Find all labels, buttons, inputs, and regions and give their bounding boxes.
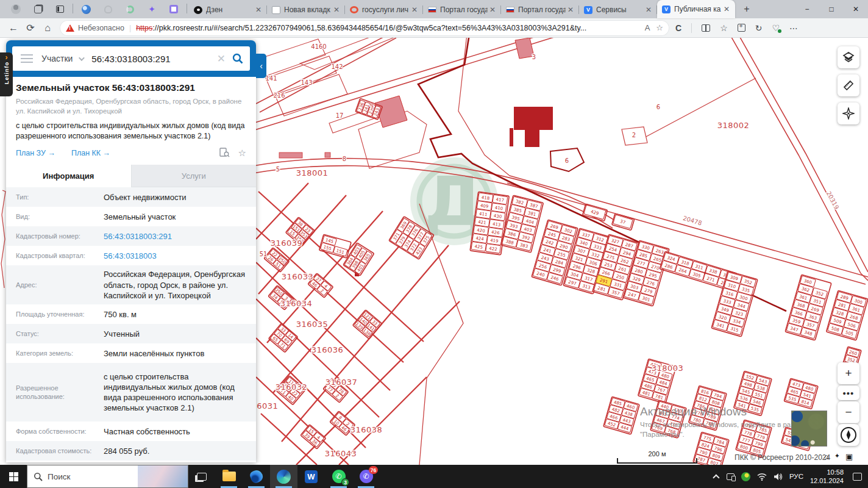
measure-button[interactable] <box>838 74 859 96</box>
letinfo-extension-tab[interactable]: › Letinfo <box>0 52 13 96</box>
zoom-options-button[interactable]: ••• <box>838 386 859 400</box>
pinned-tab-avatar-icon[interactable] <box>9 2 23 16</box>
new-tab-button[interactable]: + <box>739 1 755 17</box>
browser-essentials-icon[interactable]: ♡ <box>772 23 780 33</box>
browser-tab[interactable]: VСервисы✕ <box>579 1 657 18</box>
start-button[interactable] <box>0 465 27 488</box>
volume-icon[interactable] <box>774 473 783 481</box>
taskbar-viber[interactable]: ✆76 <box>352 465 380 488</box>
favorite-parcel-icon[interactable]: ☆ <box>238 148 246 159</box>
settings-menu-icon[interactable]: ⋯ <box>789 23 798 33</box>
history-icon[interactable]: ↻ <box>755 23 763 33</box>
search-icon[interactable] <box>232 52 244 65</box>
search-input[interactable] <box>91 54 216 64</box>
favorites-icon[interactable]: ☆ <box>720 23 728 33</box>
url-scheme: https <box>136 24 152 32</box>
parcel-label: 2 <box>632 132 636 138</box>
back-button[interactable]: ← <box>5 20 22 37</box>
taskbar-photos[interactable] <box>243 465 270 488</box>
taskbar-clock[interactable]: 10:58 12.01.2024 <box>810 468 844 486</box>
quarter-label: 316039 <box>271 239 303 248</box>
attribute-value[interactable]: 56:43:0318003:291 <box>104 231 246 242</box>
parcel-label: 5 <box>276 166 280 173</box>
clear-search-icon[interactable]: ✕ <box>217 52 226 65</box>
taskbar-edge[interactable] <box>270 465 297 488</box>
home-map-icon[interactable]: ⌂ <box>824 452 829 461</box>
quarter-label: 316033 <box>282 272 314 281</box>
antivirus-tray-icon[interactable] <box>741 472 750 481</box>
basemap-gallery-icon[interactable]: ▣ <box>845 452 853 461</box>
chevron-down-icon[interactable] <box>79 55 85 61</box>
maximize-button[interactable]: □ <box>819 0 844 18</box>
tab-close-icon[interactable]: ✕ <box>332 5 341 14</box>
taskbar-word[interactable]: W <box>297 465 325 488</box>
pinned-tab-window-icon[interactable] <box>52 2 67 16</box>
locate-object-button[interactable] <box>838 102 859 124</box>
browser-tab[interactable]: Портал госуда✕ <box>423 1 501 18</box>
tab-close-icon[interactable]: ✕ <box>722 5 731 13</box>
attribute-label: Статус: <box>16 329 104 338</box>
tab-close-icon[interactable]: ✕ <box>488 5 497 14</box>
tab-information[interactable]: Информация <box>6 165 131 187</box>
home-button[interactable]: ⌂ <box>39 20 56 37</box>
search-highlight-image[interactable] <box>138 465 188 487</box>
quarter-label: 318001 <box>296 168 329 178</box>
taskbar-file-explorer[interactable] <box>215 465 243 488</box>
browser-tab[interactable]: госуслуги лич✕ <box>345 1 423 18</box>
minimize-button[interactable]: − <box>795 0 819 18</box>
pinned-tab-spark-icon[interactable]: ✦ <box>144 2 159 16</box>
browser-tab[interactable]: Новая вкладк✕ <box>267 1 345 18</box>
browser-tab[interactable]: Портал госуда✕ <box>501 1 579 18</box>
zoom-out-button[interactable]: − <box>838 401 859 423</box>
zoom-in-button[interactable]: + <box>838 362 859 384</box>
layers-button[interactable] <box>838 46 859 68</box>
panel-collapse-button[interactable]: ‹ <box>256 54 266 78</box>
pinned-tab-pages-icon[interactable] <box>30 2 45 16</box>
doc-search-icon[interactable] <box>219 148 230 157</box>
collections-icon[interactable] <box>738 24 745 32</box>
language-indicator[interactable]: РУС <box>789 473 803 480</box>
browser-tab[interactable]: VПубличная ка✕ <box>657 0 735 18</box>
pinned-tab-globe-icon[interactable] <box>79 2 93 16</box>
tray-expand-icon[interactable] <box>713 474 719 481</box>
refresh-button[interactable]: ⟳ <box>22 20 39 37</box>
taskbar-whatsapp[interactable]: ✆3 <box>325 465 352 488</box>
phone-link-icon[interactable] <box>727 473 735 480</box>
split-screen-icon[interactable] <box>702 24 710 32</box>
read-aloud-icon[interactable]: A <box>645 23 650 32</box>
tab-services[interactable]: Услуги <box>131 165 257 187</box>
pinned-tab-ghost-icon[interactable] <box>101 2 115 16</box>
word-icon: W <box>305 470 318 483</box>
parcel-permitted-use-short: с целью строительства индивидуальных жил… <box>16 121 246 142</box>
search-category[interactable]: Участки <box>41 54 73 63</box>
url-text: https://pkk.rosreestr.ru/#/search/51.223… <box>136 24 639 32</box>
tab-close-icon[interactable]: ✕ <box>410 5 419 14</box>
road-label: 20478 <box>682 215 703 226</box>
tab-label: госуслуги лич <box>362 5 410 14</box>
taskbar-search[interactable]: Поиск <box>27 465 188 488</box>
plan-kk-link[interactable]: План КК → <box>71 149 110 157</box>
favorite-star-icon[interactable]: ☆ <box>656 23 663 32</box>
layers-icon <box>842 51 855 63</box>
attribute-value: Объект недвижимости <box>104 192 246 203</box>
attribute-value[interactable]: 56:43:0318003 <box>104 251 246 261</box>
close-button[interactable]: ✕ <box>844 0 868 18</box>
tab-close-icon[interactable]: ✕ <box>566 5 575 14</box>
wifi-icon[interactable] <box>757 473 767 481</box>
menu-icon[interactable] <box>21 58 33 60</box>
compass-button[interactable] <box>838 424 859 446</box>
nav-star-icon[interactable]: ✦ <box>834 452 840 461</box>
action-center-icon[interactable] <box>853 473 862 481</box>
plan-zu-link[interactable]: План ЗУ → <box>16 149 55 157</box>
basemap-thumbnail[interactable] <box>791 411 827 447</box>
browser-tabs: Дзен✕Новая вкладк✕госуслуги лич✕Портал г… <box>189 0 735 18</box>
browser-tab[interactable]: Дзен✕ <box>189 1 267 18</box>
tab-close-icon[interactable]: ✕ <box>254 5 263 14</box>
pinned-tab-grid-icon[interactable] <box>166 2 181 16</box>
tab-close-icon[interactable]: ✕ <box>644 5 653 14</box>
copilot-icon[interactable]: C <box>675 23 681 33</box>
pinned-tab-ring-icon[interactable] <box>123 2 137 16</box>
task-view-button[interactable] <box>188 465 215 488</box>
address-bar[interactable]: Небезопасно | https://pkk.rosreestr.ru/#… <box>60 20 669 36</box>
parcel-label: 143 <box>301 79 312 86</box>
